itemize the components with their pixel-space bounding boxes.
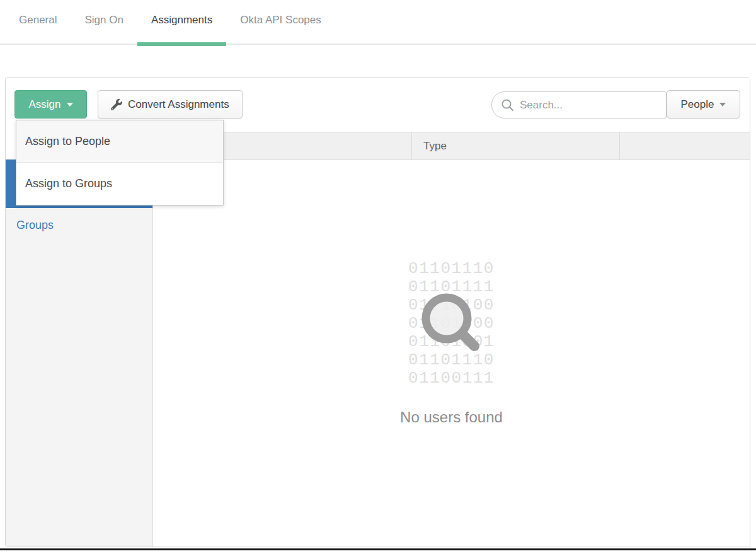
wrench-icon [111, 99, 122, 110]
assign-button-label: Assign [28, 98, 60, 111]
column-header-actions [620, 132, 750, 159]
filter-dropdown-value: People [681, 98, 714, 111]
sidebar-item-groups[interactable]: Groups [6, 208, 152, 243]
tab-assignments[interactable]: Assignments [137, 0, 226, 43]
tab-bar: General Sign On Assignments Okta API Sco… [0, 0, 756, 45]
convert-assignments-label: Convert Assignments [128, 98, 229, 111]
assign-dropdown-menu: Assign to People Assign to Groups [16, 120, 224, 206]
tab-sign-on[interactable]: Sign On [71, 0, 137, 43]
menu-item-assign-to-groups[interactable]: Assign to Groups [16, 163, 223, 205]
table-header-row: Type [153, 132, 750, 160]
tab-okta-api-scopes[interactable]: Okta API Scopes [226, 0, 335, 43]
empty-state: 01101110 01101111 01110100 01101000 0110… [153, 160, 750, 547]
column-header-type: Type [412, 132, 620, 159]
empty-state-message: No users found [400, 408, 503, 426]
tab-general[interactable]: General [5, 0, 71, 43]
window-bottom-edge [0, 548, 756, 550]
chevron-down-icon [719, 103, 726, 107]
search-box [491, 91, 667, 119]
assignments-table: Type 01101110 01101111 01110100 01101000… [153, 132, 750, 547]
binary-line: 01100111 [408, 369, 495, 388]
search-input[interactable] [491, 91, 667, 119]
filter-dropdown-button[interactable]: People [667, 90, 740, 119]
sidebar-list: People Groups [6, 159, 152, 547]
binary-line: 01101110 [408, 260, 495, 278]
assign-button[interactable]: Assign [14, 90, 87, 119]
magnifier-icon [409, 281, 484, 356]
chevron-down-icon [67, 103, 73, 107]
menu-item-assign-to-people[interactable]: Assign to People [16, 120, 223, 163]
convert-assignments-button[interactable]: Convert Assignments [98, 90, 243, 119]
